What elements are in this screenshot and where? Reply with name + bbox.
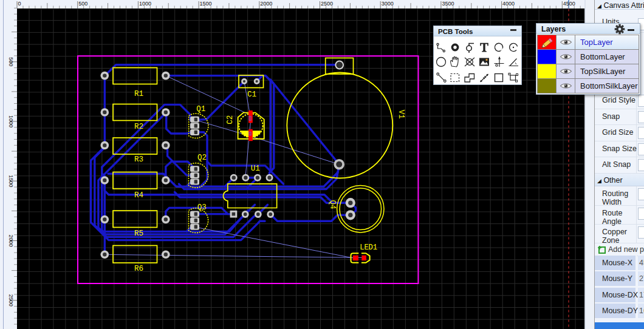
svg-text:2500: 2500	[8, 294, 14, 307]
svg-text:2000: 2000	[8, 234, 14, 246]
svg-text:Q1: Q1	[196, 105, 205, 114]
svg-text:1500: 1500	[8, 175, 14, 187]
svg-text:Q4: Q4	[328, 200, 337, 209]
svg-text:500: 500	[78, 1, 87, 7]
svg-text:R4: R4	[134, 191, 143, 200]
svg-text:R6: R6	[134, 265, 143, 273]
svg-text:R3: R3	[134, 155, 143, 164]
svg-text:1000: 1000	[139, 1, 151, 7]
svg-text:3000: 3000	[382, 1, 394, 7]
svg-text:4000: 4000	[502, 1, 515, 7]
svg-text:2500: 2500	[321, 1, 333, 7]
svg-text:Q3: Q3	[197, 203, 207, 212]
svg-text:R2: R2	[134, 123, 143, 131]
svg-text:V1: V1	[397, 110, 405, 119]
svg-text:2000: 2000	[260, 1, 272, 7]
svg-text:U1: U1	[251, 164, 260, 173]
svg-text:LED1: LED1	[360, 243, 377, 252]
svg-text:1500: 1500	[200, 1, 212, 7]
svg-text:R1: R1	[134, 90, 143, 98]
svg-text:1000: 1000	[8, 115, 14, 127]
svg-text:R5: R5	[134, 229, 143, 238]
svg-text:C2: C2	[226, 115, 235, 124]
svg-text:4500: 4500	[563, 1, 575, 7]
svg-text:500: 500	[8, 57, 14, 66]
svg-text:C1: C1	[247, 90, 256, 99]
svg-text:Q2: Q2	[197, 154, 207, 162]
svg-text:0: 0	[18, 1, 21, 7]
svg-text:3500: 3500	[442, 1, 454, 7]
